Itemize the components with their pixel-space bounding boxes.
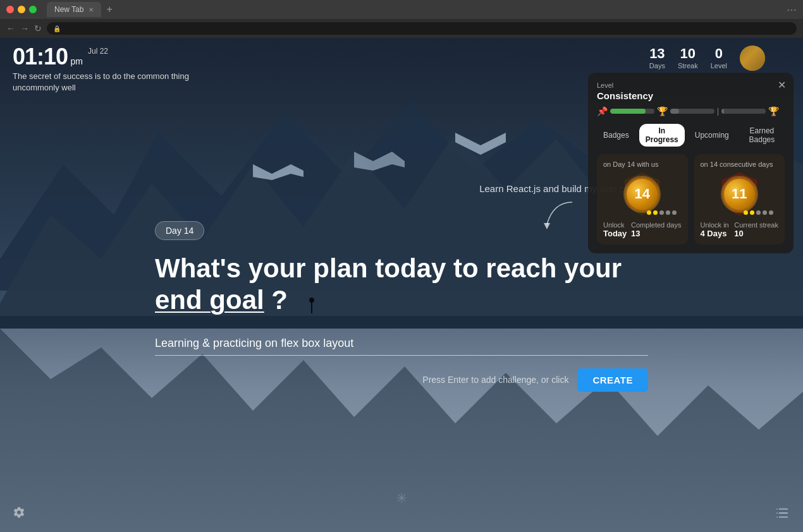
badge1-completed-label: Completed days <box>631 221 682 229</box>
heading-highlight: end goal <box>155 285 264 315</box>
time-period: pm <box>71 56 83 66</box>
days-value: 13 <box>649 47 665 61</box>
star1 <box>647 210 651 215</box>
level-value: 0 <box>711 47 727 61</box>
svg-marker-11 <box>544 223 550 229</box>
back-button[interactable]: ← <box>6 23 15 33</box>
settings-svg <box>13 506 25 519</box>
address-bar[interactable]: 🔒 <box>47 22 797 35</box>
center-decoration: ✳ <box>396 490 407 507</box>
level-label: Level <box>597 82 785 89</box>
title-bar: New Tab ✕ + ⋯ <box>0 0 803 19</box>
time-date: Jul 22 <box>88 47 108 56</box>
tab-title: New Tab <box>54 5 83 14</box>
settings-icon[interactable] <box>13 506 25 522</box>
badge2-label: on 14 consecutive days <box>701 160 779 168</box>
badge1-completed-value: 13 <box>631 229 682 238</box>
progress-separator: | <box>717 107 719 116</box>
star4 <box>666 210 670 215</box>
nav-bar: ← → ↻ 🔒 <box>0 19 803 38</box>
tab-upcoming[interactable]: Upcoming <box>689 124 735 147</box>
progress-bar-2 <box>670 109 714 114</box>
badge2-streak-label: Current streak <box>734 221 778 229</box>
badge2-info: Unlock in 4 Days Current streak 10 <box>701 221 779 238</box>
days-label: Days <box>649 62 665 70</box>
browser-chrome: New Tab ✕ + ⋯ ← → ↻ 🔒 <box>0 0 803 38</box>
quote-text: The secret of success is to do the commo… <box>13 71 190 94</box>
star2 <box>653 210 658 215</box>
active-tab[interactable]: New Tab ✕ <box>47 2 101 17</box>
trophy-icon-2: 🏆 <box>657 106 668 116</box>
tab-earned[interactable]: Earned Badges <box>739 124 785 147</box>
list-svg <box>776 507 790 519</box>
badge2-medal: 11 <box>722 177 757 212</box>
create-hint: Press Enter to add challenge, or click <box>422 375 568 385</box>
maximize-button[interactable] <box>29 6 37 13</box>
tab-in-progress[interactable]: In Progress <box>639 124 685 147</box>
new-tab-button[interactable]: + <box>102 4 116 15</box>
badge1-info: Unlock Today Completed days 13 <box>603 221 682 238</box>
badges-panel: ✕ Level Consistency 📌 🏆 | 🏆 Badges In Pr… <box>588 73 794 253</box>
progress-fill-1 <box>610 109 646 114</box>
days-stat: 13 Days <box>649 47 665 70</box>
panel-close-button[interactable]: ✕ <box>778 79 786 91</box>
day-badge: Day 14 <box>155 221 204 240</box>
create-button[interactable]: CREATE <box>577 368 648 392</box>
avatar[interactable] <box>740 45 765 71</box>
forward-button[interactable]: → <box>20 23 29 33</box>
star5 <box>769 210 773 215</box>
svg-rect-17 <box>776 516 778 517</box>
star4 <box>763 210 767 215</box>
main-content: 01:10 pm Jul 22 The secret of success is… <box>0 38 803 532</box>
badge-card-1: on Day 14 with us 14 <box>597 154 688 245</box>
level-title: Consistency <box>597 90 785 101</box>
challenge-input[interactable] <box>155 332 648 356</box>
progress-bar-3 <box>721 109 766 114</box>
tab-close-icon[interactable]: ✕ <box>89 6 94 13</box>
badge2-number: 11 <box>732 186 747 202</box>
time-display: 01:10 pm Jul 22 The secret of success is… <box>13 45 190 94</box>
svg-rect-16 <box>779 516 788 517</box>
trophy-icon-3: 🏆 <box>768 106 779 116</box>
badge2-unlock-label: Unlock in <box>701 221 729 229</box>
create-row: Press Enter to add challenge, or click C… <box>155 368 648 392</box>
close-button[interactable] <box>6 6 14 13</box>
badge2-streak-value: 10 <box>734 229 778 238</box>
refresh-button[interactable]: ↻ <box>34 23 42 33</box>
badge2-unlock-value: 4 Days <box>701 229 729 238</box>
annotation-arrow <box>541 199 579 231</box>
trophy-icon-1: 📌 <box>597 106 608 116</box>
heading-suffix: ? <box>264 285 288 315</box>
challenge-area: Learn React.js and build my side project… <box>155 215 648 392</box>
streak-value: 10 <box>678 47 698 61</box>
browser-menu-icon[interactable]: ⋯ <box>787 4 797 16</box>
badge1-completed-col: Completed days 13 <box>631 221 682 238</box>
heading-prefix: What's your plan today to reach your <box>155 253 622 283</box>
tab-badges[interactable]: Badges <box>597 124 635 147</box>
traffic-lights <box>6 6 37 13</box>
badge-tabs: Badges In Progress Upcoming Earned Badge… <box>597 124 785 147</box>
challenge-heading: What's your plan today to reach your end… <box>155 253 648 317</box>
progress-bars: 📌 🏆 | 🏆 <box>597 106 785 116</box>
badge-cards: on Day 14 with us 14 <box>597 154 785 245</box>
badge1-unlock-col: Unlock Today <box>603 221 627 238</box>
svg-rect-15 <box>776 512 778 514</box>
time-hours: 01:10 <box>13 44 68 70</box>
lock-icon: 🔒 <box>53 25 61 32</box>
avatar-image <box>740 45 765 71</box>
badge2-unlock-col: Unlock in 4 Days <box>701 221 729 238</box>
streak-label: Streak <box>678 62 698 70</box>
star2 <box>750 210 754 215</box>
star3 <box>756 210 761 215</box>
badge2-streak-col: Current streak 10 <box>734 221 778 238</box>
minimize-button[interactable] <box>18 6 25 13</box>
list-icon[interactable] <box>776 507 790 522</box>
streak-stat: 10 Streak <box>678 47 698 70</box>
progress-fill-3 <box>721 109 724 114</box>
star3 <box>659 210 664 215</box>
stats-bar: 13 Days 10 Streak 0 Level <box>649 45 765 71</box>
badge1-medal: 14 <box>625 177 659 212</box>
star1 <box>744 210 748 215</box>
level-stat: 0 Level <box>711 47 727 70</box>
svg-rect-14 <box>779 512 788 514</box>
